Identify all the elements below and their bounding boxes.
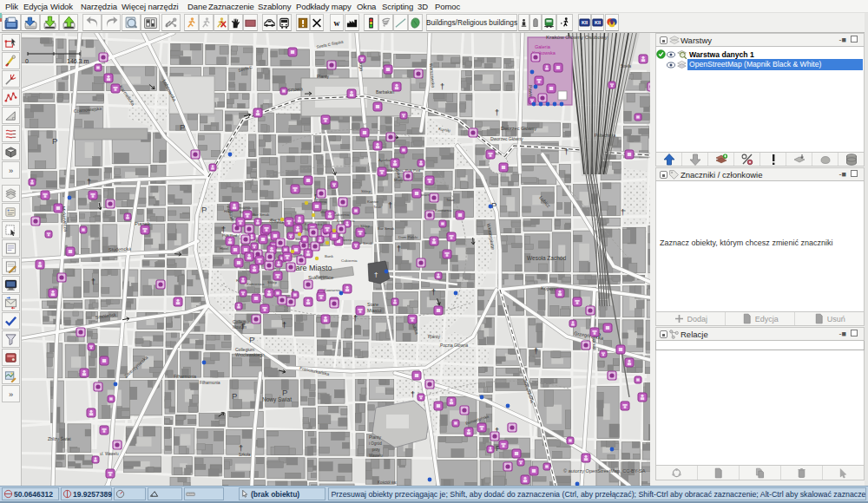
svg-text:Galeria: Galeria xyxy=(535,44,551,49)
svg-text:KII: KII xyxy=(582,20,589,25)
svg-text:w: w xyxy=(334,18,340,28)
svg-text:»: » xyxy=(9,167,13,175)
svg-text:i Ogród: i Ogród xyxy=(369,441,382,446)
svg-text:P: P xyxy=(249,335,254,344)
svg-text:Kamienica: Kamienica xyxy=(247,282,265,286)
svg-text:†: † xyxy=(495,108,499,117)
svg-text:P: P xyxy=(52,136,57,146)
svg-text:Filharmonia: Filharmonia xyxy=(174,374,196,379)
svg-text:Stare: Stare xyxy=(367,302,378,307)
svg-text:Teatr: Teatr xyxy=(446,198,455,202)
svg-text:KII: KII xyxy=(595,20,602,25)
svg-text:†: † xyxy=(534,347,538,356)
svg-text:Zbliży Świat: Zbliży Świat xyxy=(48,435,71,441)
svg-text:Wawelu: Wawelu xyxy=(369,454,383,458)
svg-text:Kościół św.: Kościół św. xyxy=(378,480,397,485)
svg-text:Cukiernia: Cukiernia xyxy=(341,258,358,263)
svg-text:Bar Smak: Bar Smak xyxy=(378,226,395,231)
svg-text:Szkoła: Szkoła xyxy=(239,453,251,457)
svg-text:Barbakan: Barbakan xyxy=(376,89,395,95)
svg-text:P: P xyxy=(180,122,185,132)
svg-text:†: † xyxy=(431,288,436,297)
svg-text:Bank: Bank xyxy=(325,254,334,258)
svg-text:†: † xyxy=(239,444,243,453)
svg-text:†: † xyxy=(388,201,392,210)
svg-text:Dworzec Główny: Dworzec Główny xyxy=(490,136,523,141)
svg-text:†: † xyxy=(564,147,569,156)
svg-text:© autorzy OpenStreetMap, CC-BY: © autorzy OpenStreetMap, CC-BY-SA xyxy=(563,468,646,474)
svg-text:146.3 m: 146.3 m xyxy=(67,58,89,64)
svg-text:Planty: Planty xyxy=(317,74,329,79)
svg-text:Dworzec Główny: Dworzec Główny xyxy=(501,126,537,131)
svg-text:†: † xyxy=(91,278,95,286)
svg-text:P: P xyxy=(491,200,496,210)
svg-text:Sklep: Sklep xyxy=(360,224,371,228)
svg-text:0: 0 xyxy=(25,58,29,64)
svg-text:†: † xyxy=(397,245,401,253)
svg-text:Winiarnia: Winiarnia xyxy=(387,168,404,173)
svg-text:Filharmonia: Filharmonia xyxy=(200,381,220,385)
svg-text:P: P xyxy=(201,205,207,214)
svg-text:Kraków Główny Osobowy: Kraków Główny Osobowy xyxy=(546,34,608,40)
svg-text:Planty: Planty xyxy=(369,434,381,440)
svg-text:Sklep: Sklep xyxy=(267,280,278,284)
svg-text:†: † xyxy=(240,323,245,331)
svg-text:P: P xyxy=(282,388,287,397)
svg-text:Kantor: Kantor xyxy=(367,199,378,204)
svg-text:Planty: Planty xyxy=(428,334,440,339)
svg-text:ul. Wawelu: ul. Wawelu xyxy=(100,452,119,456)
svg-text:Strefa: Strefa xyxy=(621,64,632,69)
svg-text:Kawiarnia: Kawiarnia xyxy=(435,208,452,212)
svg-text:Sklep: Sklep xyxy=(361,189,372,193)
svg-text:†: † xyxy=(87,178,91,186)
svg-text:przy: przy xyxy=(372,447,380,452)
svg-text:Politechnika: Politechnika xyxy=(595,134,616,138)
svg-text:Wrocławskiego: Wrocławskiego xyxy=(235,352,265,357)
svg-text:†: † xyxy=(282,321,286,330)
svg-text:†: † xyxy=(353,314,358,323)
svg-text:Miasto: Miasto xyxy=(367,308,381,313)
svg-text:Kantor: Kantor xyxy=(316,274,327,278)
svg-text:†: † xyxy=(621,208,625,217)
svg-text:Poczta Główna: Poczta Główna xyxy=(440,343,469,348)
svg-text:Teatr: Teatr xyxy=(373,205,382,209)
svg-text:†: † xyxy=(374,271,378,278)
svg-text:Dom Polski: Dom Polski xyxy=(398,235,418,239)
svg-text:Hotel: Hotel xyxy=(220,246,228,251)
svg-text:P: P xyxy=(232,391,237,401)
svg-text:Apteka: Apteka xyxy=(378,158,391,162)
svg-text:Kawiarnia: Kawiarnia xyxy=(324,288,341,292)
svg-text:†: † xyxy=(411,390,415,399)
svg-text:†: † xyxy=(440,82,444,91)
svg-text:»: » xyxy=(9,390,13,399)
svg-text:Wesoła Zachód: Wesoła Zachód xyxy=(527,255,566,261)
